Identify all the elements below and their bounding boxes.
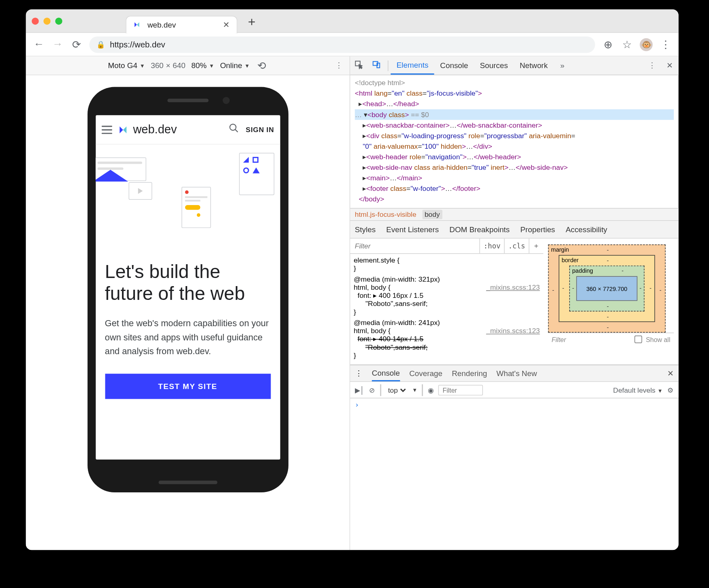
- favicon-icon: [133, 20, 143, 29]
- selected-node[interactable]: … ▾<body class> == $0: [355, 109, 674, 120]
- site-header: web.dev SIGN IN: [96, 115, 280, 145]
- chrome-menu-icon[interactable]: ⋮: [660, 38, 671, 51]
- menu-icon[interactable]: [101, 126, 112, 134]
- close-tab-icon[interactable]: ✕: [223, 20, 230, 29]
- address-bar: ← → ⟳ 🔒 https://web.dev ⊕ ☆ 🐵 ⋮: [26, 33, 679, 56]
- speaker-icon: [167, 99, 209, 103]
- zoom-select[interactable]: 80%▼: [191, 61, 214, 70]
- hero-paragraph: Get the web's modern capabilities on you…: [105, 316, 271, 358]
- tab-elements[interactable]: Elements: [391, 56, 434, 75]
- device-toolbar: Moto G4▼ 360 × 640 80%▼ Online▼ ⟲ ⋮: [26, 56, 350, 75]
- minimize-window-button[interactable]: [43, 17, 50, 24]
- browser-tab[interactable]: web.dev ✕: [126, 15, 237, 33]
- new-rule-icon[interactable]: ＋: [529, 239, 543, 253]
- devtools-tabs: Elements Console Sources Network » ⋮ ✕: [350, 56, 679, 75]
- install-icon[interactable]: ⊕: [602, 38, 614, 51]
- cls-toggle[interactable]: .cls: [504, 239, 529, 253]
- devtools-panel: Elements Console Sources Network » ⋮ ✕ <…: [350, 56, 679, 550]
- console-sidebar-toggle-icon[interactable]: ▶│: [355, 386, 365, 394]
- subtab-accessibility[interactable]: Accessibility: [566, 225, 607, 234]
- hero-heading: Let's build the future of the web: [105, 261, 271, 304]
- close-drawer-icon[interactable]: ✕: [667, 369, 674, 378]
- device-toggle-icon[interactable]: [368, 60, 386, 71]
- browser-window: web.dev ✕ + ← → ⟳ 🔒 https://web.dev ⊕ ☆ …: [26, 9, 679, 550]
- subtab-event-listeners[interactable]: Event Listeners: [386, 225, 439, 234]
- devtools-menu-icon[interactable]: ⋮: [643, 61, 661, 70]
- back-button[interactable]: ←: [33, 38, 45, 50]
- live-expression-icon[interactable]: ◉: [428, 386, 434, 394]
- devtools-drawer: ⋮ Console Coverage Rendering What's New …: [350, 365, 679, 550]
- styles-filter-input[interactable]: [350, 242, 479, 250]
- reload-button[interactable]: ⟳: [70, 38, 82, 51]
- tab-title: web.dev: [147, 20, 176, 29]
- forward-button[interactable]: →: [52, 38, 64, 50]
- inspect-icon[interactable]: [350, 60, 368, 71]
- close-devtools-icon[interactable]: ✕: [661, 61, 678, 70]
- logo-icon: [118, 124, 131, 135]
- phone-frame: web.dev SIGN IN: [87, 87, 288, 493]
- maximize-window-button[interactable]: [55, 17, 62, 24]
- console-prompt[interactable]: ›: [350, 398, 679, 411]
- throttle-select[interactable]: Online▼: [220, 61, 250, 70]
- subtab-dom-breakpoints[interactable]: DOM Breakpoints: [449, 225, 510, 234]
- drawer-menu-icon[interactable]: ⋮: [355, 369, 363, 378]
- titlebar: web.dev ✕ +: [26, 9, 679, 33]
- elements-breadcrumb[interactable]: html.js-focus-visible body: [350, 208, 679, 221]
- device-select[interactable]: Moto G4▼: [108, 61, 145, 70]
- url-text: https://web.dev: [110, 40, 165, 49]
- home-bar: [158, 481, 217, 484]
- elements-dom-tree[interactable]: <!doctype html> <html lang="en" class="j…: [350, 75, 679, 208]
- viewport-dimensions[interactable]: 360 × 640: [151, 61, 186, 70]
- style-rules[interactable]: element.style {} @media (min-width: 321p…: [350, 254, 543, 364]
- drawer-tab-console[interactable]: Console: [372, 366, 400, 381]
- drawer-tab-whatsnew[interactable]: What's New: [496, 369, 537, 378]
- tab-console[interactable]: Console: [434, 56, 474, 75]
- device-preview: web.dev SIGN IN: [26, 75, 350, 550]
- svg-point-0: [230, 124, 236, 130]
- log-levels-select[interactable]: Default levels ▼: [613, 386, 662, 394]
- box-model[interactable]: margin---- border---- padding---- 360 × …: [543, 239, 678, 364]
- signin-button[interactable]: SIGN IN: [246, 126, 274, 134]
- test-my-site-button[interactable]: TEST MY SITE: [105, 374, 271, 399]
- hero-illustration: [105, 155, 271, 232]
- show-all-checkbox[interactable]: [635, 336, 643, 343]
- tab-network[interactable]: Network: [514, 56, 553, 75]
- profile-avatar[interactable]: 🐵: [640, 38, 653, 51]
- more-tabs-icon[interactable]: »: [553, 61, 571, 70]
- context-select[interactable]: top: [386, 385, 408, 394]
- clear-console-icon[interactable]: ⊘: [369, 386, 375, 394]
- close-window-button[interactable]: [32, 17, 38, 24]
- tab-sources[interactable]: Sources: [474, 56, 514, 75]
- url-input[interactable]: 🔒 https://web.dev: [89, 36, 595, 53]
- subtab-properties[interactable]: Properties: [520, 225, 555, 234]
- search-icon[interactable]: [228, 123, 240, 136]
- subtab-styles[interactable]: Styles: [355, 225, 376, 234]
- drawer-tab-coverage[interactable]: Coverage: [409, 369, 442, 378]
- site-logo[interactable]: web.dev: [118, 123, 177, 136]
- styles-subtabs: Styles Event Listeners DOM Breakpoints P…: [350, 221, 679, 239]
- page-viewport[interactable]: web.dev SIGN IN: [96, 115, 280, 460]
- svg-line-1: [235, 129, 238, 132]
- hov-toggle[interactable]: :hov: [479, 239, 504, 253]
- star-icon[interactable]: ☆: [621, 38, 633, 51]
- console-filter-input[interactable]: [438, 385, 483, 395]
- new-tab-button[interactable]: +: [248, 15, 256, 30]
- console-settings-icon[interactable]: ⚙: [667, 386, 674, 394]
- device-name: Moto G4: [108, 61, 137, 70]
- rotate-icon[interactable]: ⟲: [256, 59, 267, 72]
- device-toolbar-menu-icon[interactable]: ⋮: [335, 61, 343, 70]
- lock-icon: 🔒: [96, 40, 105, 48]
- drawer-tab-rendering[interactable]: Rendering: [452, 369, 487, 378]
- camera-icon: [222, 97, 229, 104]
- computed-filter[interactable]: Filter: [552, 336, 631, 343]
